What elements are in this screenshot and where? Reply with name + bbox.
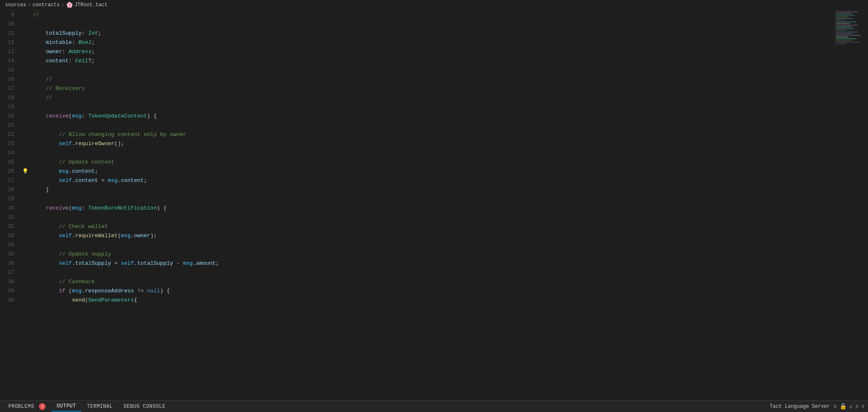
line-content: totalSupply: Int; xyxy=(29,29,835,38)
status-bar: PROBLEMS 1 OUTPUT TERMINAL DEBUG CONSOLE… xyxy=(0,400,868,412)
table-row: 10 xyxy=(0,20,835,29)
tab-debug-console[interactable]: DEBUG CONSOLE xyxy=(118,402,170,411)
line-gutter: 💡 xyxy=(21,167,29,176)
line-number: 13 xyxy=(0,47,21,56)
line-gutter xyxy=(21,277,29,287)
refresh-icon[interactable]: ↺ xyxy=(849,403,853,410)
table-row: 18 // xyxy=(0,93,835,102)
line-gutter xyxy=(21,139,29,148)
table-row: 12 mintable: Bool; xyxy=(0,38,835,47)
line-number: 14 xyxy=(0,56,21,66)
line-content: self.content = msg.content; xyxy=(29,176,835,185)
line-number: 32 xyxy=(0,222,21,231)
line-number: 21 xyxy=(0,121,21,130)
line-content xyxy=(29,102,835,112)
lock-icon[interactable]: 🔒 xyxy=(840,403,847,410)
line-gutter xyxy=(21,231,29,241)
line-number: 18 xyxy=(0,93,21,102)
table-row: 24 xyxy=(0,148,835,158)
list-icon[interactable]: ≡ xyxy=(833,403,837,410)
line-gutter xyxy=(21,29,29,38)
chevron-down-icon[interactable]: ∨ xyxy=(861,403,865,410)
line-number: 40 xyxy=(0,296,21,305)
editor-container: 9//1011 totalSupply: Int;12 mintable: Bo… xyxy=(0,10,868,400)
table-row: 39 if (msg.responseAddress != null) { xyxy=(0,287,835,296)
line-number: 15 xyxy=(0,66,21,75)
line-number: 27 xyxy=(0,176,21,185)
line-content: self.requireOwner(); xyxy=(29,139,835,148)
line-content: // Cashback xyxy=(29,277,835,287)
table-row: 21 xyxy=(0,121,835,130)
line-content: self.totalSupply = self.totalSupply - ms… xyxy=(29,259,835,268)
line-number: 31 xyxy=(0,213,21,222)
line-content xyxy=(29,194,835,204)
chevron-up-icon[interactable]: ∧ xyxy=(855,403,858,410)
line-content: mintable: Bool; xyxy=(29,38,835,47)
line-content: // xyxy=(29,93,835,102)
line-gutter xyxy=(21,194,29,204)
line-content xyxy=(29,66,835,75)
line-content: // xyxy=(29,75,835,84)
line-content xyxy=(29,268,835,277)
line-content: receive(msg: TokenUpdateContent) { xyxy=(29,112,835,121)
line-number: 16 xyxy=(0,75,21,84)
line-gutter xyxy=(21,66,29,75)
line-number: 29 xyxy=(0,194,21,204)
table-row: 29 xyxy=(0,194,835,204)
line-number: 35 xyxy=(0,250,21,259)
tab-problems[interactable]: PROBLEMS 1 xyxy=(3,402,51,412)
line-gutter xyxy=(21,56,29,66)
breadcrumb-file[interactable]: JTRoot.tact xyxy=(75,2,108,8)
line-number: 23 xyxy=(0,139,21,148)
line-number: 36 xyxy=(0,259,21,268)
tab-terminal[interactable]: TERMINAL xyxy=(82,402,118,411)
tab-problems-label: PROBLEMS xyxy=(8,403,34,409)
line-number: 26 xyxy=(0,167,21,176)
status-tabs: PROBLEMS 1 OUTPUT TERMINAL DEBUG CONSOLE xyxy=(3,402,170,412)
line-content: receive(msg: TokenBurnNotification) { xyxy=(29,204,835,213)
table-row: 28 } xyxy=(0,185,835,194)
table-row: 22 // Allow changing content only by own… xyxy=(0,130,835,139)
table-row: 26💡 msg.content; xyxy=(0,167,835,176)
breadcrumb-sources[interactable]: sources xyxy=(5,2,26,8)
table-row: 23 self.requireOwner(); xyxy=(0,139,835,148)
line-gutter xyxy=(21,268,29,277)
table-row: 34 xyxy=(0,241,835,250)
table-row: 36 self.totalSupply = self.totalSupply -… xyxy=(0,259,835,268)
lightbulb-icon[interactable]: 💡 xyxy=(22,169,28,174)
table-row: 37 xyxy=(0,268,835,277)
breadcrumb-contracts[interactable]: contracts xyxy=(33,2,60,8)
line-number: 25 xyxy=(0,158,21,167)
line-gutter xyxy=(21,112,29,121)
minimap[interactable] xyxy=(835,10,868,400)
line-number: 9 xyxy=(0,10,21,20)
code-area[interactable]: 9//1011 totalSupply: Int;12 mintable: Bo… xyxy=(0,10,835,400)
line-gutter xyxy=(21,75,29,84)
line-content: // Update content xyxy=(29,158,835,167)
line-content xyxy=(29,213,835,222)
line-gutter xyxy=(21,204,29,213)
code-table: 9//1011 totalSupply: Int;12 mintable: Bo… xyxy=(0,10,835,305)
line-number: 37 xyxy=(0,268,21,277)
line-content: self.requireWallet(msg.owner); xyxy=(29,231,835,241)
line-gutter xyxy=(21,176,29,185)
line-gutter xyxy=(21,84,29,93)
line-number: 22 xyxy=(0,130,21,139)
table-row: 16 // xyxy=(0,75,835,84)
table-row: 31 xyxy=(0,213,835,222)
line-gutter xyxy=(21,222,29,231)
table-row: 33 self.requireWallet(msg.owner); xyxy=(0,231,835,241)
line-gutter xyxy=(21,93,29,102)
line-content: // xyxy=(29,10,835,20)
line-number: 33 xyxy=(0,231,21,241)
line-content xyxy=(29,121,835,130)
line-content: // Allow changing content only by owner xyxy=(29,130,835,139)
table-row: 38 // Cashback xyxy=(0,277,835,287)
tab-output-label: OUTPUT xyxy=(57,403,76,409)
line-gutter xyxy=(21,102,29,112)
line-number: 34 xyxy=(0,241,21,250)
line-gutter xyxy=(21,148,29,158)
tab-output[interactable]: OUTPUT xyxy=(52,402,81,412)
line-gutter xyxy=(21,10,29,20)
line-number: 28 xyxy=(0,185,21,194)
